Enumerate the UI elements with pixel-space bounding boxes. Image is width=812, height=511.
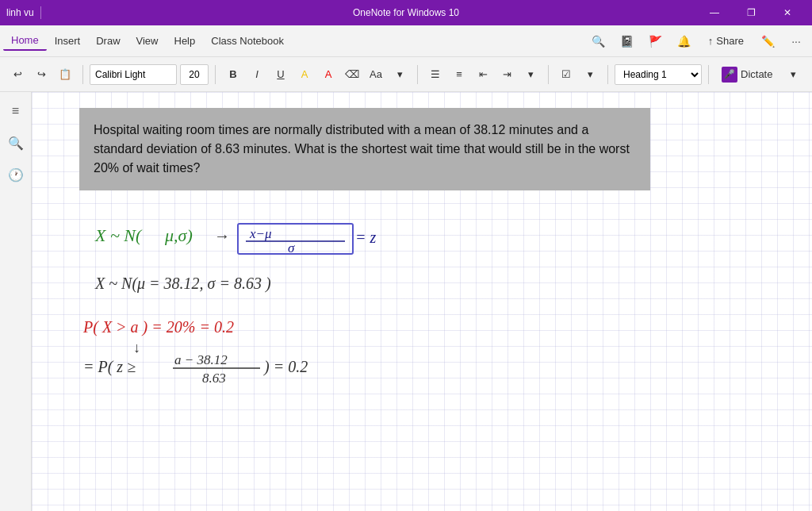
restore-button[interactable]: ❐ — [733, 0, 769, 25]
svg-text:→: → — [214, 227, 230, 244]
sidebar-search-icon[interactable]: 🔍 — [3, 130, 29, 156]
checkbox-group: ☑ ▾ — [555, 63, 601, 86]
dictate-button[interactable]: 🎤 Dictate — [715, 63, 779, 86]
svg-text:↓: ↓ — [133, 340, 140, 355]
page: Hospital waiting room times are normally… — [32, 92, 812, 511]
decrease-indent-button[interactable]: ⇤ — [472, 63, 494, 86]
menu-insert[interactable]: Insert — [47, 32, 89, 50]
search-icon[interactable]: 🔍 — [586, 29, 611, 54]
sidebar-history-icon[interactable]: 🕐 — [3, 162, 29, 187]
bell-icon[interactable]: 🔔 — [672, 29, 697, 54]
sep6 — [708, 65, 709, 84]
formatting-group: B I U A A ⌫ Aa ▾ — [222, 63, 411, 86]
svg-text:) = 0.2: ) = 0.2 — [263, 358, 308, 376]
font-name-input[interactable] — [90, 64, 177, 85]
problem-box: Hospital waiting room times are normally… — [79, 108, 650, 190]
main-area: ≡ 🔍 🕐 Hospital waiting room times are no… — [0, 92, 812, 511]
flag-icon[interactable]: 🚩 — [643, 29, 668, 54]
svg-text:P( X > a ) = 20% = 0.2: P( X > a ) = 20% = 0.2 — [82, 318, 234, 336]
sep2 — [215, 65, 216, 84]
underline-button[interactable]: U — [270, 63, 292, 86]
handwriting-svg: X ~ N( μ,σ) → x−μ σ = z — [79, 209, 634, 463]
menu-view[interactable]: View — [128, 32, 167, 50]
menu-class-notebook[interactable]: Class Notebook — [203, 32, 292, 50]
content-area: Hospital waiting room times are normally… — [32, 92, 812, 511]
toolbar: ↩ ↪ 📋 B I U A A ⌫ Aa ▾ ☰ ≡ ⇤ ⇥ ▾ ☑ ▾ Hea… — [0, 57, 812, 92]
mic-icon: 🎤 — [722, 67, 737, 83]
svg-text:X ~ N(: X ~ N( — [94, 225, 143, 245]
svg-text:= P( z ≥: = P( z ≥ — [83, 358, 136, 376]
numbered-list-button[interactable]: ≡ — [448, 63, 470, 86]
undo-button[interactable]: ↩ — [6, 63, 29, 86]
list-group: ☰ ≡ ⇤ ⇥ ▾ — [424, 63, 542, 86]
sep4 — [548, 65, 549, 84]
dictate-label: Dictate — [741, 68, 772, 80]
title-bar: linh vu OneNote for Windows 10 — ❐ ✕ — [0, 0, 812, 25]
share-icon: ↑ — [708, 35, 714, 47]
erase-button[interactable]: ⌫ — [341, 63, 363, 86]
menu-draw[interactable]: Draw — [88, 32, 128, 50]
menu-help[interactable]: Help — [167, 32, 204, 50]
svg-text:μ,σ): μ,σ) — [164, 225, 193, 245]
list-dropdown[interactable]: ▾ — [519, 63, 542, 86]
clipboard-button[interactable]: 📋 — [54, 63, 76, 86]
note-container: Hospital waiting room times are normally… — [32, 92, 812, 511]
format-button[interactable]: Aa — [365, 63, 387, 86]
font-size-input[interactable] — [180, 64, 209, 85]
math-content: X ~ N( μ,σ) → x−μ σ = z — [79, 209, 634, 448]
sep3 — [417, 65, 418, 84]
minimize-button[interactable]: — — [696, 0, 733, 25]
dropdown-button[interactable]: ▾ — [389, 63, 411, 86]
checkbox-dropdown[interactable]: ▾ — [579, 63, 601, 86]
more-options-icon[interactable]: ✏️ — [755, 29, 780, 54]
sep1 — [82, 65, 83, 84]
share-label: Share — [716, 35, 744, 47]
notebook-icon[interactable]: 📓 — [615, 29, 640, 54]
svg-text:= z: = z — [355, 229, 376, 246]
svg-text:a − 38.12: a − 38.12 — [174, 352, 228, 367]
svg-text:8.63: 8.63 — [202, 371, 226, 386]
increase-indent-button[interactable]: ⇥ — [496, 63, 518, 86]
sep5 — [607, 65, 608, 84]
redo-button[interactable]: ↪ — [30, 63, 52, 86]
checkbox-button[interactable]: ☑ — [555, 63, 577, 86]
menu-home[interactable]: Home — [3, 31, 47, 51]
svg-text:X ~ N(μ = 38.12,  σ = 8.63 ): X ~ N(μ = 38.12, σ = 8.63 ) — [94, 275, 271, 293]
bold-button[interactable]: B — [222, 63, 244, 86]
undo-redo-group: ↩ ↪ 📋 — [6, 63, 76, 86]
app-title: OneNote for Windows 10 — [353, 7, 459, 18]
user-name: linh vu — [6, 7, 34, 18]
bullet-list-button[interactable]: ☰ — [424, 63, 446, 86]
close-button[interactable]: ✕ — [769, 0, 806, 25]
dictate-dropdown[interactable]: ▾ — [782, 63, 804, 86]
user-info: linh vu — [6, 6, 41, 19]
sidebar-pages-icon[interactable]: ≡ — [3, 98, 29, 124]
window-controls: — ❐ ✕ — [696, 0, 806, 25]
style-select[interactable]: Heading 1 Heading 2 Normal — [615, 64, 702, 85]
overflow-icon[interactable]: ··· — [783, 29, 809, 54]
svg-text:σ: σ — [288, 240, 295, 256]
menu-bar: Home Insert Draw View Help Class Noteboo… — [0, 25, 812, 57]
highlight-button[interactable]: A — [293, 63, 316, 86]
svg-text:x−μ: x−μ — [249, 226, 272, 241]
menu-right: 🔍 📓 🚩 🔔 ↑ Share ✏️ ··· — [586, 29, 809, 54]
sidebar: ≡ 🔍 🕐 — [0, 92, 32, 511]
user-divider — [40, 6, 41, 19]
problem-text: Hospital waiting room times are normally… — [94, 121, 636, 178]
italic-button[interactable]: I — [246, 63, 268, 86]
font-color-button[interactable]: A — [317, 63, 339, 86]
share-button[interactable]: ↑ Share — [700, 32, 752, 50]
